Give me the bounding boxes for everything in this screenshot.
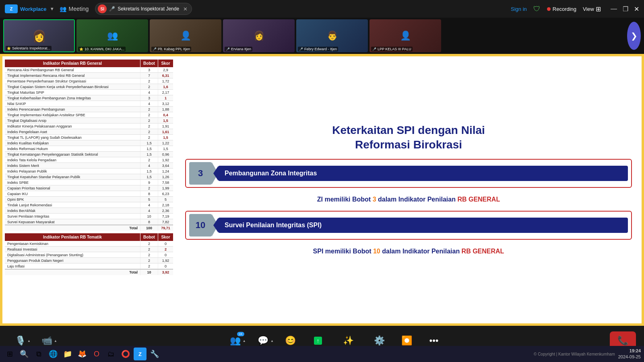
maximize-button[interactable]: ❐ bbox=[623, 5, 628, 13]
minimize-button[interactable]: — bbox=[611, 5, 617, 13]
box1-desc-rb: RB GENERAL bbox=[457, 196, 500, 203]
view-button[interactable]: View ⊞ bbox=[583, 5, 601, 13]
table1-cell-label-9: Tingkat Digitalisasi Arsip bbox=[5, 118, 140, 123]
strip-next-button[interactable]: ❯ bbox=[627, 22, 641, 50]
table1-cell-bobot-3: 2 bbox=[140, 84, 158, 89]
taskbar-folder-button[interactable]: 📁 bbox=[61, 348, 74, 360]
table1-cell-label-12: Tingkat TL (LAPOR) yang Sudah Diselesaik… bbox=[5, 135, 140, 140]
table1-main-header: Indikator Penilaian RB General bbox=[5, 60, 140, 67]
taskbar-files-button[interactable]: 🗂 bbox=[105, 348, 118, 360]
table1-cell-skor-20: 7,58 bbox=[158, 180, 173, 185]
table1-cell-skor-8: 0,4 bbox=[158, 112, 173, 117]
sign-in-button[interactable]: Sign in bbox=[511, 6, 527, 12]
participant-name-4: Febry Edward - Itjen bbox=[304, 47, 337, 51]
table2-row-3: Penggunaan Produk Dalam Negeri 2 1,92 bbox=[5, 258, 173, 263]
taskbar-search-button[interactable]: 🔍 bbox=[18, 348, 31, 360]
table1-cell-bobot-20: 9 bbox=[140, 180, 158, 185]
table1-cell-label-16: Indeks Tata Kelola Pengadaan bbox=[5, 157, 140, 162]
table2-total-bobot: 10 bbox=[140, 269, 158, 275]
table1-row-24: Tindak Lanjut Rekomendasi 4 2,18 bbox=[5, 202, 173, 208]
table1-cell-skor-21: 1,99 bbox=[158, 185, 173, 191]
table1-cell-skor-3: 1,6 bbox=[158, 84, 173, 89]
table1-row-16: Indeks Tata Kelola Pengadaan 2 1,92 bbox=[5, 157, 173, 163]
table2-cell-label-4: Laju Inflasi bbox=[5, 263, 140, 269]
table1-cell-skor-13: 1,22 bbox=[158, 140, 173, 146]
table1-cell-label-11: Indeks Pengelolaan Aset bbox=[5, 129, 140, 134]
table1-cell-bobot-0: 3 bbox=[140, 67, 158, 72]
table1-cell-skor-14: 1,5 bbox=[158, 146, 173, 151]
participants-badge: 1K bbox=[237, 332, 244, 336]
table2-cell-skor-3: 1,92 bbox=[158, 258, 173, 263]
table1-row-10: Indikator Kinerja Pelaksanaan Anggaran 2… bbox=[5, 123, 173, 129]
table1-cell-bobot-24: 4 bbox=[140, 202, 158, 208]
table1-row-23: Opini BPK 5 5 bbox=[5, 197, 173, 202]
table1-total-label: Total bbox=[5, 225, 140, 231]
table1-row-27: Survei Kepuasan Masyarakat 8 7,82 bbox=[5, 219, 173, 225]
table2-total: Total 10 3,92 bbox=[5, 269, 173, 275]
taskbar-app-button[interactable]: 🔧 bbox=[148, 348, 161, 360]
video-chevron-icon[interactable]: ▲ bbox=[54, 339, 57, 342]
participant-thumb-4[interactable]: 👨 🎤 Febry Edward - Itjen bbox=[296, 19, 368, 52]
table2-row-0: Pengentasan Kemiskinan 2 0 bbox=[5, 241, 173, 247]
table1-cell-label-15: Tingkat Kematangan Penyelenggaraan Stati… bbox=[5, 152, 140, 157]
system-clock: 19:24 2024-09-25 bbox=[618, 348, 641, 360]
taskbar-firefox-button[interactable]: 🦊 bbox=[76, 348, 89, 360]
active-speaker-close-icon[interactable]: ✕ bbox=[183, 6, 188, 12]
table2-total-skor: 3,92 bbox=[158, 269, 173, 275]
table2-main-header: Indikator Penilaian RB Tematik bbox=[5, 233, 140, 241]
participant-thumb-3[interactable]: 👩 🎤 Erviana Itjen bbox=[223, 19, 295, 52]
table1-row-5: Tingkat Keberhasilan Pembangunan Zona In… bbox=[5, 95, 173, 101]
participant-name-5: LPP KELAS III PALU bbox=[378, 47, 411, 51]
participant-thumb-0[interactable]: 👩 ⭐ Sekretaris Inspektorat... bbox=[3, 19, 75, 52]
box2: 10 Survei Penilaian Integritas (SPI) bbox=[185, 211, 632, 240]
taskbar-taskview-button[interactable]: ⧉ bbox=[32, 348, 45, 360]
participant-thumb-5[interactable]: 👤 🎤 LPP KELAS III PALU bbox=[369, 19, 441, 52]
table1-cell-skor-2: 1,72 bbox=[158, 78, 173, 84]
taskbar-edge-button[interactable]: 🌐 bbox=[47, 348, 60, 360]
box1-number: 3 bbox=[189, 162, 212, 185]
table1-cell-skor-23: 5 bbox=[158, 197, 173, 202]
box1-label: Pembangunan Zona Integritas bbox=[225, 170, 317, 177]
table1-cell-label-10: Indikator Kinerja Pelaksanaan Anggaran bbox=[5, 123, 140, 129]
active-speaker-avatar: SI bbox=[98, 4, 107, 13]
meeting-people-icon: 👥 bbox=[60, 6, 66, 12]
box1-description: ZI memiliki Bobot 3 dalam Indikator Peni… bbox=[317, 194, 500, 205]
taskbar-opera-button[interactable]: O bbox=[90, 348, 103, 360]
table1-cell-bobot-7: 2 bbox=[140, 107, 158, 112]
box2-desc-rb: RB GENERAL bbox=[462, 248, 504, 255]
chat-chevron-icon[interactable]: ▲ bbox=[270, 339, 274, 342]
table1-row-19: Tingkat Kepatuhan Standar Pelayanan Publ… bbox=[5, 174, 173, 180]
table1-cell-bobot-13: 1,5 bbox=[140, 140, 158, 146]
table1-cell-bobot-26: 10 bbox=[140, 214, 158, 219]
table1-skor-header: Skor bbox=[158, 60, 173, 67]
taskbar-start-button[interactable]: ⊞ bbox=[3, 348, 16, 360]
taskbar-zoom-button[interactable]: Z bbox=[134, 348, 147, 360]
table1-cell-label-21: Capaian Prioritas Nasional bbox=[5, 185, 140, 191]
view-grid-icon: ⊞ bbox=[596, 5, 601, 13]
table1-cell-bobot-12: 2 bbox=[140, 135, 158, 140]
table1-cell-bobot-16: 2 bbox=[140, 157, 158, 162]
zoom-chevron-icon[interactable]: ▾ bbox=[51, 6, 53, 12]
participant-thumb-2[interactable]: 👤 🎤 Plt. Kabag PPL Itjen bbox=[150, 19, 221, 52]
participant-name-3: Erviana Itjen bbox=[231, 47, 251, 51]
close-button[interactable]: ✕ bbox=[634, 5, 639, 13]
table1-cell-skor-18: 1,24 bbox=[158, 169, 173, 174]
recording-text: Recording bbox=[553, 6, 576, 12]
participant-thumb-1[interactable]: 👥 ⭐ 10. KANWIL DKI JAKA... bbox=[76, 19, 148, 52]
table1-cell-bobot-1: 7 bbox=[140, 73, 158, 78]
table1-cell-bobot-11: 2 bbox=[140, 129, 158, 134]
table1-cell-label-0: Rencana Aksi Pembangunan RB General bbox=[5, 67, 140, 72]
table1-cell-skor-25: 2,36 bbox=[158, 208, 173, 213]
audio-chevron-icon[interactable]: ▲ bbox=[27, 339, 31, 342]
taskbar-opera2-button[interactable]: ⭕ bbox=[119, 348, 132, 360]
box2-desc-prefix: SPI memiliki Bobot bbox=[313, 248, 373, 255]
table1-row-20: Indeks SPBE 9 7,58 bbox=[5, 180, 173, 185]
recording-dot bbox=[547, 7, 551, 11]
table2-skor-header: Skor bbox=[158, 233, 173, 241]
box1-container: 3 Pembangunan Zona Integritas bbox=[185, 159, 632, 188]
participants-chevron-icon[interactable]: ▲ bbox=[243, 339, 246, 342]
table1-cell-bobot-21: 2 bbox=[140, 185, 158, 191]
clock-time: 19:24 bbox=[618, 348, 641, 354]
box2-desc-suffix: dalam Indikator Penilaian bbox=[380, 248, 462, 255]
box1: 3 Pembangunan Zona Integritas bbox=[185, 159, 632, 188]
